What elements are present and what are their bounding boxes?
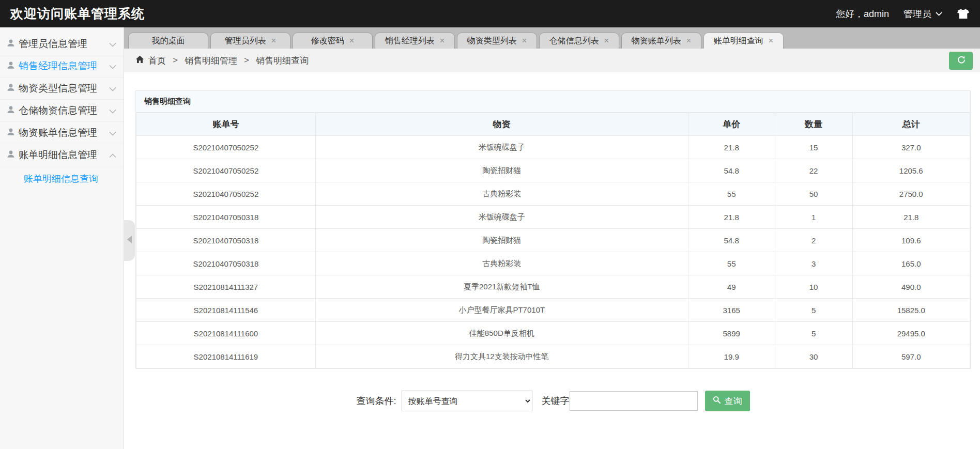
column-header-unit-price: 单价 bbox=[688, 113, 775, 136]
search-button[interactable]: 查询 bbox=[705, 391, 750, 411]
cell-total: 597.0 bbox=[852, 345, 970, 368]
breadcrumb-home-link[interactable]: 首页 bbox=[135, 55, 166, 67]
sidebar-item-bill-detail-info[interactable]: 账单明细信息管理 bbox=[0, 144, 124, 166]
table-row: S20210407050318 米饭碗碟盘子 21.8 1 21.8 bbox=[136, 206, 970, 229]
tab-bill-detail-query[interactable]: 账单明细查询 × bbox=[703, 33, 784, 49]
column-header-total: 总计 bbox=[852, 113, 970, 136]
sidebar-item-admin-info[interactable]: 管理员信息管理 bbox=[0, 33, 124, 55]
tab-change-password[interactable]: 修改密码 × bbox=[293, 33, 373, 49]
close-icon[interactable]: × bbox=[769, 37, 773, 45]
sidebar-item-warehouse-material-info[interactable]: 仓储物资信息管理 bbox=[0, 100, 124, 122]
table-row: S20210407050252 陶瓷招财猫 54.8 22 1205.6 bbox=[136, 159, 970, 182]
cell-bill-no: S20210407050318 bbox=[136, 229, 316, 252]
table-row: S20210814111600 佳能850D单反相机 5899 5 29495.… bbox=[136, 322, 970, 345]
cell-unit-price: 3165 bbox=[688, 299, 775, 322]
sidebar-item-label: 管理员信息管理 bbox=[19, 37, 87, 51]
cell-total: 21.8 bbox=[852, 206, 970, 229]
cell-material: 佳能850D单反相机 bbox=[315, 322, 688, 345]
sidebar-item-label: 销售经理信息管理 bbox=[19, 59, 97, 73]
close-icon[interactable]: × bbox=[440, 37, 445, 45]
tab-my-desktop[interactable]: 我的桌面 bbox=[128, 33, 208, 49]
keyword-input[interactable] bbox=[570, 391, 698, 411]
chevron-down-icon bbox=[109, 83, 116, 94]
cell-material: 陶瓷招财猫 bbox=[315, 229, 688, 252]
sidebar-item-sales-manager-info[interactable]: 销售经理信息管理 bbox=[0, 55, 124, 78]
cell-bill-no: S20210407050252 bbox=[136, 182, 316, 206]
tab-label: 物资类型列表 bbox=[467, 36, 517, 47]
chevron-down-icon bbox=[109, 38, 116, 50]
cell-material: 得力文具12支装按动中性笔 bbox=[315, 345, 688, 368]
close-icon[interactable]: × bbox=[686, 37, 691, 45]
cell-total: 165.0 bbox=[852, 252, 970, 275]
cell-bill-no: S20210814111327 bbox=[136, 275, 316, 299]
cell-total: 1205.6 bbox=[852, 159, 970, 182]
submenu-label: 账单明细信息查询 bbox=[24, 173, 98, 185]
breadcrumb-separator: > bbox=[173, 55, 178, 66]
breadcrumb-section-link[interactable]: 销售明细管理 bbox=[185, 55, 237, 67]
cell-bill-no: S20210407050252 bbox=[136, 159, 316, 182]
cell-quantity: 2 bbox=[775, 229, 852, 252]
refresh-icon bbox=[957, 55, 966, 66]
tab-sales-manager-list[interactable]: 销售经理列表 × bbox=[375, 33, 455, 49]
chevron-down-icon bbox=[936, 12, 942, 16]
tshirt-theme-icon[interactable] bbox=[957, 8, 970, 19]
cell-material: 古典粉彩装 bbox=[315, 182, 688, 206]
role-dropdown[interactable]: 管理员 bbox=[904, 8, 942, 20]
role-label: 管理员 bbox=[904, 8, 931, 20]
chevron-down-icon bbox=[109, 105, 116, 116]
breadcrumb-home-label: 首页 bbox=[148, 55, 166, 67]
tab-label: 仓储信息列表 bbox=[549, 36, 599, 47]
user-icon bbox=[7, 105, 15, 116]
table-row: S20210407050252 古典粉彩装 55 50 2750.0 bbox=[136, 182, 970, 206]
user-icon bbox=[7, 38, 15, 50]
tab-label: 销售经理列表 bbox=[385, 36, 435, 47]
tab-label: 我的桌面 bbox=[152, 36, 185, 47]
panel-title: 销售明细查询 bbox=[136, 91, 970, 113]
sidebar-item-material-type-info[interactable]: 物资类型信息管理 bbox=[0, 78, 124, 100]
cell-unit-price: 55 bbox=[688, 182, 775, 206]
tab-label: 修改密码 bbox=[311, 36, 344, 47]
query-condition-select[interactable]: 按账单号查询 bbox=[402, 391, 532, 411]
top-header: 欢迎访问账单管理系统 您好，admin 管理员 bbox=[0, 0, 980, 27]
cell-total: 490.0 bbox=[852, 275, 970, 299]
table-row: S20210407050252 米饭碗碟盘子 21.8 15 327.0 bbox=[136, 136, 970, 159]
tab-admin-list[interactable]: 管理员列表 × bbox=[210, 33, 290, 49]
sidebar-item-material-bill-info[interactable]: 物资账单信息管理 bbox=[0, 122, 124, 144]
cell-material: 古典粉彩装 bbox=[315, 252, 688, 275]
left-triangle-icon bbox=[127, 236, 132, 245]
cell-material: 米饭碗碟盘子 bbox=[315, 206, 688, 229]
cell-quantity: 3 bbox=[775, 252, 852, 275]
sidebar-item-label: 物资账单信息管理 bbox=[19, 126, 97, 140]
cell-total: 29495.0 bbox=[852, 322, 970, 345]
table-row: S20210814111619 得力文具12支装按动中性笔 19.9 30 59… bbox=[136, 345, 970, 368]
cell-quantity: 15 bbox=[775, 136, 852, 159]
user-icon bbox=[7, 60, 15, 72]
cell-quantity: 1 bbox=[775, 206, 852, 229]
close-icon[interactable]: × bbox=[522, 37, 527, 45]
close-icon[interactable]: × bbox=[271, 37, 276, 45]
close-icon[interactable]: × bbox=[604, 37, 609, 45]
content-area: 销售明细查询 账单号 物资 单价 数量 总计 bbox=[124, 72, 980, 449]
cell-bill-no: S20210407050318 bbox=[136, 252, 316, 275]
tab-material-bill-list[interactable]: 物资账单列表 × bbox=[621, 33, 701, 49]
table-header-row: 账单号 物资 单价 数量 总计 bbox=[136, 113, 970, 136]
cell-unit-price: 21.8 bbox=[688, 206, 775, 229]
sidebar-subitem-bill-detail-query[interactable]: 账单明细信息查询 bbox=[0, 166, 124, 191]
tab-warehouse-info-list[interactable]: 仓储信息列表 × bbox=[539, 33, 619, 49]
query-result-panel: 销售明细查询 账单号 物资 单价 数量 总计 bbox=[135, 90, 971, 369]
search-icon bbox=[713, 396, 721, 407]
tab-label: 账单明细查询 bbox=[714, 36, 763, 47]
keyword-label: 关键字 bbox=[542, 395, 570, 407]
cell-total: 15825.0 bbox=[852, 299, 970, 322]
search-button-label: 查询 bbox=[725, 395, 742, 407]
tab-material-type-list[interactable]: 物资类型列表 × bbox=[457, 33, 537, 49]
user-icon bbox=[7, 149, 15, 161]
cell-unit-price: 54.8 bbox=[688, 229, 775, 252]
refresh-button[interactable] bbox=[949, 52, 973, 70]
cell-quantity: 30 bbox=[775, 345, 852, 368]
cell-quantity: 5 bbox=[775, 299, 852, 322]
cell-bill-no: S20210407050252 bbox=[136, 136, 316, 159]
sidebar: 管理员信息管理 销售经理信息管理 物资类型信息管理 仓储物资信息管理 物资账单信… bbox=[0, 27, 124, 449]
close-icon[interactable]: × bbox=[349, 37, 354, 45]
sidebar-collapse-handle[interactable] bbox=[124, 220, 135, 261]
